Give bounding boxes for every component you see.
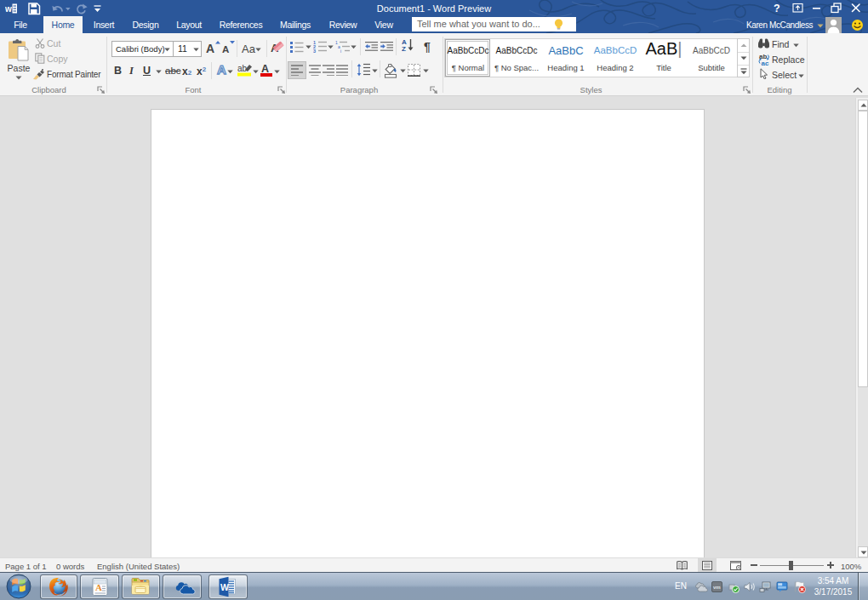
svg-text:3: 3 [313, 49, 316, 53]
svg-text:ac: ac [762, 60, 769, 66]
svg-text:vm: vm [713, 585, 721, 590]
svg-text:A: A [95, 582, 102, 592]
svg-text:A: A [217, 62, 226, 77]
svg-text:ab: ab [237, 64, 248, 73]
svg-text:W: W [220, 582, 229, 592]
svg-text:?: ? [774, 3, 780, 14]
svg-text:i: i [340, 49, 341, 53]
svg-text:Z: Z [402, 45, 406, 52]
